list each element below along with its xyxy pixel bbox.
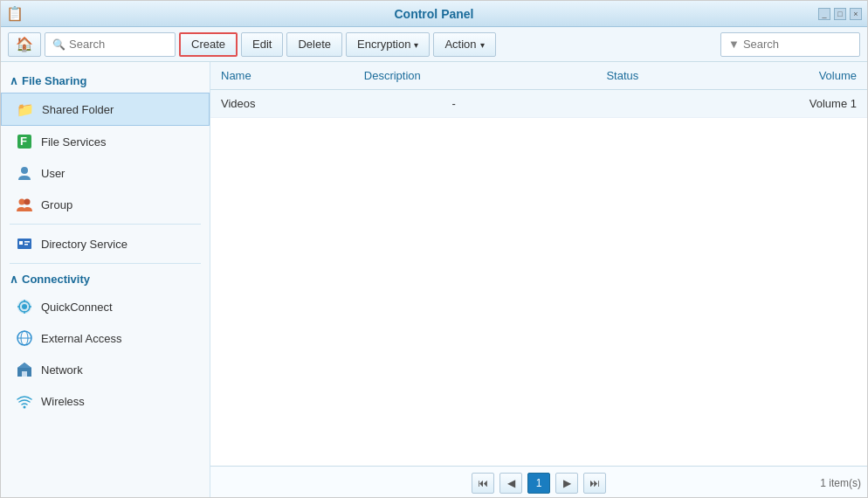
page-1-button[interactable]: 1 bbox=[527, 473, 550, 494]
table-container: Name Description Status Volume bbox=[210, 62, 867, 466]
svg-rect-6 bbox=[19, 241, 23, 245]
sidebar-item-file-services[interactable]: F File Services bbox=[1, 126, 210, 157]
column-description[interactable]: Description bbox=[354, 62, 555, 90]
action-label: Action bbox=[444, 38, 476, 51]
action-button[interactable]: Action bbox=[433, 32, 495, 57]
wireless-icon bbox=[15, 391, 34, 411]
sidebar-item-directory-service[interactable]: Directory Service bbox=[1, 228, 210, 259]
file-sharing-chevron-icon: ∧ bbox=[10, 74, 18, 87]
sidebar-item-user-label: User bbox=[41, 167, 65, 180]
shared-folder-table: Name Description Status Volume bbox=[210, 62, 867, 118]
row-status bbox=[554, 90, 691, 118]
status-text: 1 item(s) bbox=[820, 477, 861, 489]
quickconnect-icon bbox=[15, 297, 34, 316]
content-area: Name Description Status Volume bbox=[210, 62, 867, 498]
first-page-button[interactable]: ⏮ bbox=[472, 473, 494, 494]
sidebar-item-group[interactable]: Group bbox=[1, 189, 210, 220]
action-chevron-icon bbox=[480, 38, 485, 51]
user-icon bbox=[15, 163, 34, 183]
sidebar-item-wireless[interactable]: Wireless bbox=[1, 385, 210, 417]
file-sharing-label: File Sharing bbox=[22, 74, 86, 87]
table-row[interactable]: Videos - Volume 1 bbox=[210, 90, 867, 118]
sidebar-item-external-access-label: External Access bbox=[41, 332, 122, 345]
encryption-chevron-icon bbox=[414, 38, 418, 51]
svg-point-20 bbox=[24, 406, 26, 409]
external-access-icon bbox=[15, 329, 34, 348]
encryption-button[interactable]: Encryption bbox=[346, 32, 430, 57]
column-status[interactable]: Status bbox=[554, 62, 691, 90]
shared-folder-icon: 📁 bbox=[16, 100, 35, 119]
window-controls: _ □ × bbox=[818, 8, 862, 20]
search-left-container: 🔍 bbox=[45, 32, 176, 57]
svg-rect-19 bbox=[22, 371, 27, 377]
search-left-input[interactable] bbox=[69, 38, 168, 51]
svg-text:F: F bbox=[20, 135, 27, 148]
sidebar-item-directory-service-label: Directory Service bbox=[41, 238, 127, 251]
encryption-label: Encryption bbox=[357, 38, 410, 51]
connectivity-label: Connectivity bbox=[22, 273, 90, 286]
sidebar-item-external-access[interactable]: External Access bbox=[1, 322, 210, 354]
column-volume[interactable]: Volume bbox=[691, 62, 867, 90]
sidebar-item-file-services-label: File Services bbox=[41, 135, 106, 149]
search-right-input[interactable] bbox=[743, 38, 852, 51]
sidebar-item-network[interactable]: Network bbox=[1, 354, 210, 385]
delete-button[interactable]: Delete bbox=[286, 32, 342, 57]
row-description: - bbox=[354, 90, 555, 118]
sidebar: ∧ File Sharing 📁 Shared Folder F File Se… bbox=[1, 62, 210, 498]
last-page-button[interactable]: ⏭ bbox=[583, 473, 606, 494]
svg-rect-8 bbox=[24, 244, 28, 246]
close-button[interactable]: × bbox=[850, 8, 862, 20]
svg-point-11 bbox=[22, 304, 27, 309]
maximize-button[interactable]: □ bbox=[834, 8, 846, 20]
search-left-icon: 🔍 bbox=[52, 38, 65, 51]
sidebar-item-network-label: Network bbox=[41, 363, 83, 377]
group-icon bbox=[15, 195, 34, 214]
connectivity-section-header: ∧ Connectivity bbox=[1, 267, 210, 291]
next-page-button[interactable]: ▶ bbox=[555, 473, 578, 494]
filter-icon: ▼ bbox=[728, 38, 740, 51]
pagination: ⏮ ◀ 1 ▶ ⏭ 1 item(s) bbox=[210, 466, 867, 498]
sidebar-divider-1 bbox=[10, 224, 201, 225]
sidebar-item-shared-folder-label: Shared Folder bbox=[42, 103, 114, 116]
column-name[interactable]: Name bbox=[210, 62, 354, 90]
app-icon: 📋 bbox=[6, 5, 24, 22]
table-header: Name Description Status Volume bbox=[210, 62, 867, 90]
toolbar: 🏠 🔍 Create Edit Delete Encryption Action… bbox=[1, 27, 867, 62]
connectivity-chevron-icon: ∧ bbox=[10, 273, 18, 286]
title-bar: 📋 Control Panel _ □ × bbox=[1, 1, 867, 27]
svg-rect-7 bbox=[24, 241, 30, 243]
create-button[interactable]: Create bbox=[179, 32, 238, 57]
sidebar-item-quickconnect[interactable]: QuickConnect bbox=[1, 291, 210, 322]
file-services-icon: F bbox=[15, 132, 34, 151]
row-volume: Volume 1 bbox=[691, 90, 867, 118]
file-sharing-section-header: ∧ File Sharing bbox=[1, 69, 210, 93]
sidebar-item-user[interactable]: User bbox=[1, 157, 210, 189]
minimize-button[interactable]: _ bbox=[818, 8, 830, 20]
prev-page-button[interactable]: ◀ bbox=[499, 473, 522, 494]
svg-point-2 bbox=[21, 167, 28, 174]
sidebar-item-wireless-label: Wireless bbox=[41, 395, 85, 408]
search-right-container: ▼ bbox=[720, 32, 860, 57]
directory-service-icon bbox=[15, 234, 34, 253]
home-button[interactable]: 🏠 bbox=[8, 32, 41, 57]
network-icon bbox=[15, 360, 34, 379]
row-name: Videos bbox=[210, 90, 354, 118]
sidebar-divider-2 bbox=[10, 263, 201, 264]
table-body: Videos - Volume 1 bbox=[210, 90, 867, 118]
sidebar-item-shared-folder[interactable]: 📁 Shared Folder bbox=[1, 93, 210, 126]
svg-point-3 bbox=[19, 199, 25, 205]
title-bar-title: Control Panel bbox=[394, 7, 473, 21]
edit-button[interactable]: Edit bbox=[241, 32, 283, 57]
sidebar-item-quickconnect-label: QuickConnect bbox=[41, 301, 113, 314]
sidebar-item-group-label: Group bbox=[41, 198, 72, 211]
main-layout: ∧ File Sharing 📁 Shared Folder F File Se… bbox=[1, 62, 867, 498]
svg-point-4 bbox=[24, 199, 31, 205]
